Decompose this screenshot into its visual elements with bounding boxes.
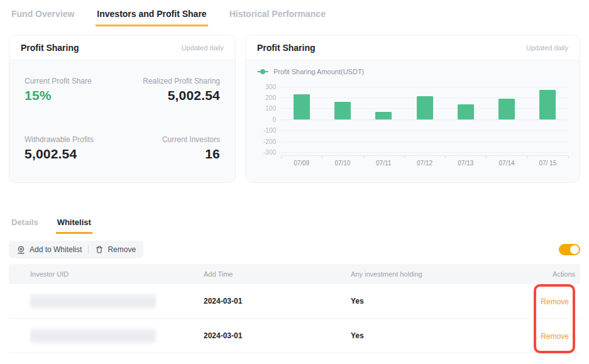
- table-header-row: Investor UID Add Time Any investment hol…: [9, 264, 580, 284]
- whitelist-actions-group: Add to Whitelist Remove: [9, 241, 143, 258]
- x-axis-tick: [445, 156, 446, 158]
- bar-0715: [539, 90, 556, 119]
- stat-value: 5,002.54: [25, 146, 123, 162]
- x-axis-tick: [281, 156, 282, 158]
- actions-cell: Remove: [539, 330, 580, 341]
- bar-0713: [458, 104, 474, 119]
- chart-legend[interactable]: Profit Sharing Amount(USDT): [257, 68, 568, 75]
- whitelist-table: Investor UID Add Time Any investment hol…: [9, 264, 580, 353]
- add-to-whitelist-button[interactable]: Add to Whitelist: [16, 245, 82, 255]
- stat-realized-profit-sharing: Realized Profit Sharing 5,002.54: [123, 77, 221, 125]
- chart-plot-area: [281, 85, 568, 156]
- chart-card-header: Profit Sharing Updated daily: [246, 35, 580, 60]
- toolbar-divider: [88, 245, 89, 254]
- x-axis-tick-label: 07/10: [322, 160, 363, 167]
- x-axis-tick: [404, 156, 405, 158]
- gridline: [281, 119, 568, 120]
- legend-series-marker-icon: [257, 69, 268, 74]
- remove-row-link[interactable]: Remove: [541, 332, 569, 341]
- stat-label: Current Investors: [123, 135, 221, 144]
- gridline: [281, 87, 568, 87]
- add-time-cell: 2024-03-01: [204, 331, 351, 340]
- y-axis-tick-label: -100: [263, 127, 276, 134]
- remove-button[interactable]: Remove: [95, 245, 136, 254]
- stat-label: Withdrawable Profits: [25, 135, 123, 144]
- redacted-uid: [30, 294, 156, 309]
- x-axis-tick: [486, 156, 487, 158]
- x-axis-tick: [322, 156, 322, 158]
- chart-updated-daily-label: Updated daily: [526, 44, 568, 52]
- gridline: [281, 141, 568, 142]
- chart-x-axis: 07/0907/1007/1107/1207/1307/1407/ 15: [281, 160, 568, 167]
- add-time-cell: 2024-03-01: [204, 297, 351, 306]
- gridline: [281, 152, 568, 153]
- chart-card-title: Profit Sharing: [257, 43, 316, 53]
- bar-0710: [334, 102, 351, 119]
- chart-card-body: Profit Sharing Amount(USDT) 3002001000-1…: [246, 60, 580, 183]
- summary-card-body: Current Profit Share 15% Realized Profit…: [9, 60, 235, 183]
- fund-management-page: Fund Overview Investors and Profit Share…: [0, 0, 589, 364]
- profit-sharing-summary-card: Profit Sharing Updated daily Current Pro…: [9, 35, 236, 183]
- y-axis-tick-label: 100: [265, 105, 276, 112]
- x-axis-tick: [527, 156, 528, 158]
- x-axis-tick-label: 07/12: [404, 160, 445, 167]
- y-axis-tick-label: 200: [265, 94, 276, 101]
- holding-cell: Yes: [351, 297, 539, 306]
- stat-label: Current Profit Share: [25, 77, 123, 85]
- holding-cell: Yes: [351, 331, 539, 340]
- legend-series-label: Profit Sharing Amount(USDT): [273, 68, 364, 75]
- trash-icon: [95, 245, 104, 254]
- whitelist-toolbar: Add to Whitelist Remove: [9, 241, 580, 258]
- table-row: 2024-03-01 Yes Remove: [9, 284, 580, 319]
- tab-whitelist[interactable]: Whitelist: [56, 214, 92, 234]
- y-axis-tick-label: 300: [265, 83, 276, 90]
- x-axis-tick-label: 07/09: [281, 160, 322, 167]
- y-axis-tick-label: 0: [272, 116, 276, 123]
- stat-value: 16: [123, 146, 221, 162]
- remove-row-link[interactable]: Remove: [541, 297, 569, 306]
- redacted-uid: [30, 328, 156, 343]
- tab-details[interactable]: Details: [10, 214, 40, 234]
- tab-fund-overview[interactable]: Fund Overview: [10, 5, 75, 26]
- x-axis-tick-label: 07/14: [486, 160, 527, 167]
- bar-0711: [375, 112, 392, 119]
- stat-value: 15%: [25, 88, 123, 103]
- x-axis-tick: [568, 156, 569, 158]
- x-axis-tick-label: 07/11: [363, 160, 404, 167]
- whitelist-toggle[interactable]: [559, 244, 580, 255]
- gridline: [281, 130, 568, 131]
- x-axis-tick-label: 07/13: [445, 160, 486, 167]
- bar-0712: [417, 96, 433, 119]
- bar-0709: [294, 94, 310, 119]
- tab-historical-performance[interactable]: Historical Performance: [228, 5, 327, 26]
- column-header-add-time: Add Time: [204, 270, 351, 278]
- profit-sharing-bar-chart: 3002001000-100-200-300 07/0907/1007/1107…: [257, 85, 568, 174]
- summary-card-title: Profit Sharing: [21, 43, 79, 53]
- y-axis-tick-label: -200: [263, 138, 276, 145]
- stat-current-profit-share: Current Profit Share 15%: [25, 77, 123, 125]
- section-tabs: Details Whitelist: [10, 214, 92, 234]
- summary-updated-daily-label: Updated daily: [182, 44, 224, 52]
- bar-0714: [498, 99, 515, 119]
- actions-cell: Remove: [539, 295, 580, 307]
- remove-button-label: Remove: [107, 245, 136, 254]
- profit-sharing-chart-card: Profit Sharing Updated daily Profit Shar…: [245, 35, 580, 183]
- summary-card-header: Profit Sharing Updated daily: [9, 35, 235, 60]
- column-header-investor-uid: Investor UID: [9, 270, 204, 278]
- tab-investors-and-profit-share[interactable]: Investors and Profit Share: [96, 5, 207, 26]
- x-axis-tick-label: 07/ 15: [527, 160, 568, 167]
- x-axis-tick: [363, 156, 364, 158]
- stat-current-investors: Current Investors 16: [123, 135, 221, 184]
- table-row: 2024-03-01 Yes Remove: [9, 319, 580, 353]
- investor-uid-cell: [9, 328, 204, 343]
- chart-y-axis: 3002001000-100-200-300: [257, 85, 276, 156]
- top-tabs: Fund Overview Investors and Profit Share…: [10, 5, 327, 26]
- stat-value: 5,002.54: [123, 88, 221, 103]
- add-to-whitelist-icon: [16, 245, 26, 255]
- stat-withdrawable-profits: Withdrawable Profits 5,002.54: [25, 135, 123, 184]
- toggle-knob: [570, 245, 579, 254]
- column-header-any-investment-holding: Any investment holding: [351, 270, 539, 278]
- add-to-whitelist-label: Add to Whitelist: [30, 245, 82, 254]
- stat-label: Realized Profit Sharing: [123, 77, 221, 85]
- investor-uid-cell: [9, 294, 204, 309]
